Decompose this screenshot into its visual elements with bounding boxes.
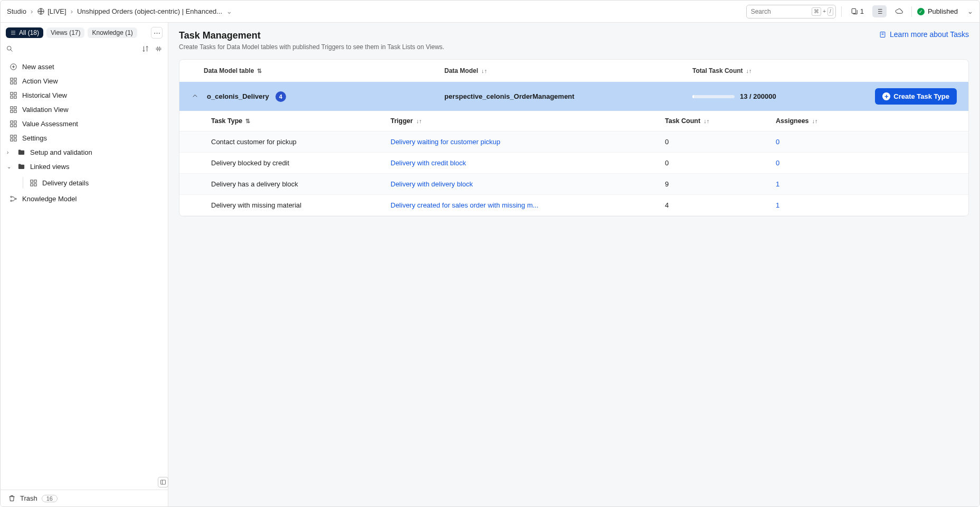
sidebar-item-setup-validation[interactable]: › Setup and validation [1, 145, 168, 159]
sidebar-more-button[interactable]: ⋯ [151, 27, 163, 39]
sidebar-trash-label: Trash [20, 494, 37, 502]
sidebar-item-validation-view[interactable]: Validation View [1, 102, 168, 117]
sidebar-item-label: Knowledge Model [22, 195, 77, 203]
sidebar-tab-knowledge[interactable]: Knowledge (1) [88, 27, 137, 38]
chevron-down-icon[interactable]: ⌄ [226, 7, 232, 15]
list-view-button[interactable] [872, 5, 887, 17]
svg-rect-23 [14, 139, 16, 141]
breadcrumb-live[interactable]: [LIVE] [37, 7, 66, 15]
globe-icon [37, 7, 45, 15]
divider [911, 6, 912, 17]
svg-rect-4 [10, 78, 12, 80]
group-row[interactable]: o_celonis_Delivery 4 perspective_celonis… [179, 82, 968, 111]
sidebar-item-action-view[interactable]: Action View [1, 74, 168, 88]
task-row[interactable]: Delivery blocked by creditDelivery with … [179, 153, 968, 174]
assignees-link[interactable]: 0 [776, 138, 779, 146]
subheader-task-type: Task Type [211, 117, 242, 125]
sort-button[interactable]: ⇅ [257, 68, 262, 74]
svg-rect-9 [14, 92, 16, 95]
chevron-right-icon: › [31, 7, 33, 15]
svg-rect-8 [10, 92, 12, 95]
sort-button[interactable]: ↓↑ [746, 68, 752, 74]
dashboard-icon [9, 134, 17, 142]
svg-rect-13 [14, 107, 16, 109]
layers-icon [850, 7, 858, 15]
header-data-model: Data Model [444, 67, 478, 74]
sidebar-item-label: Delivery details [42, 179, 89, 187]
list-icon [10, 30, 16, 36]
task-count-cell: 0 [665, 138, 776, 146]
chevron-down-icon: ⌄ [967, 7, 973, 15]
group-badge: 4 [275, 91, 286, 102]
assignees-link[interactable]: 0 [776, 159, 779, 167]
task-row[interactable]: Delivery with missing materialDelivery c… [179, 195, 968, 216]
group-data-model: perspective_celonis_OrderManagement [444, 92, 692, 100]
assignees-link[interactable]: 1 [776, 201, 779, 209]
svg-rect-11 [14, 96, 16, 98]
learn-more-link[interactable]: Learn more about Tasks [879, 30, 969, 39]
sort-button[interactable]: ↓↑ [812, 118, 818, 124]
sidebar-collapse-handle[interactable] [158, 477, 168, 487]
sidebar-item-delivery-details[interactable]: Delivery details [1, 174, 168, 192]
breadcrumb-live-label: [LIVE] [47, 7, 66, 15]
chevron-right-icon: › [71, 7, 73, 15]
version-count: 1 [860, 7, 864, 15]
trigger-link[interactable]: Delivery created for sales order with mi… [391, 201, 538, 209]
page-title: Task Management [179, 30, 444, 41]
check-icon: ✓ [917, 8, 925, 15]
group-toggle[interactable] [191, 92, 201, 101]
trigger-link[interactable]: Delivery with delivery block [391, 180, 473, 188]
svg-rect-15 [14, 110, 16, 112]
sidebar-collapse-button[interactable] [155, 45, 163, 54]
svg-rect-16 [10, 121, 12, 123]
svg-rect-14 [10, 110, 12, 112]
header-data-model-table: Data Model table [204, 67, 254, 74]
sidebar-item-linked-views[interactable]: ⌄ Linked views [1, 159, 168, 174]
book-icon [879, 31, 887, 39]
sidebar-tab-all[interactable]: All (18) [6, 27, 43, 38]
header-total-task-count: Total Task Count [692, 67, 743, 74]
svg-point-2 [7, 46, 12, 51]
sort-button[interactable]: ⇅ [245, 118, 250, 125]
create-task-type-button[interactable]: + Create Task Type [875, 88, 957, 105]
dashboard-icon [9, 91, 17, 99]
sidebar-item-label: Linked views [30, 163, 69, 171]
page-subtitle: Create Tasks for Data Model tables with … [179, 43, 444, 51]
sidebar-tab-views[interactable]: Views (17) [46, 27, 84, 38]
subheader-assignees: Assignees [776, 117, 809, 125]
task-row[interactable]: Contact customer for pickupDelivery wait… [179, 132, 968, 153]
svg-rect-27 [34, 183, 36, 185]
svg-rect-6 [10, 82, 12, 84]
sidebar-search-button[interactable] [6, 45, 14, 54]
sort-button[interactable]: ↓↑ [481, 68, 487, 74]
trigger-link[interactable]: Delivery with credit block [391, 159, 466, 167]
task-count-cell: 0 [665, 159, 776, 167]
sort-button[interactable]: ↓↑ [416, 118, 422, 124]
collapse-icon [155, 45, 163, 53]
svg-point-29 [10, 200, 12, 202]
sidebar-trash[interactable]: Trash 16 [1, 490, 168, 506]
svg-rect-10 [10, 96, 12, 98]
cloud-icon [895, 7, 903, 15]
version-button[interactable]: 1 [847, 5, 867, 17]
sidebar-sort-button[interactable] [141, 45, 149, 54]
trigger-link[interactable]: Delivery waiting for customer pickup [391, 138, 500, 146]
breadcrumb-page[interactable]: Unshipped Orders (object-centric) | Enha… [77, 7, 222, 15]
assignees-link[interactable]: 1 [776, 180, 779, 188]
svg-rect-18 [10, 125, 12, 127]
learn-more-label: Learn more about Tasks [890, 30, 969, 39]
sidebar-item-knowledge-model[interactable]: Knowledge Model [1, 192, 168, 206]
chevron-down-icon: ⌄ [7, 164, 12, 170]
task-row[interactable]: Delivery has a delivery blockDelivery wi… [179, 174, 968, 195]
publish-status[interactable]: ✓ Published ⌄ [917, 7, 973, 15]
sidebar-item-value-assessment[interactable]: Value Assessment [1, 117, 168, 131]
sidebar-item-settings[interactable]: Settings [1, 131, 168, 145]
progress-bar [692, 95, 735, 98]
sidebar-item-new-asset[interactable]: New asset [1, 60, 168, 74]
sidebar-tab-all-label: All (18) [19, 29, 39, 36]
refresh-button[interactable] [892, 5, 906, 17]
sidebar-item-historical-view[interactable]: Historical View [1, 88, 168, 102]
sidebar-item-label: Historical View [22, 91, 67, 99]
breadcrumb-studio[interactable]: Studio [7, 7, 26, 15]
sort-button[interactable]: ↓↑ [703, 118, 709, 124]
